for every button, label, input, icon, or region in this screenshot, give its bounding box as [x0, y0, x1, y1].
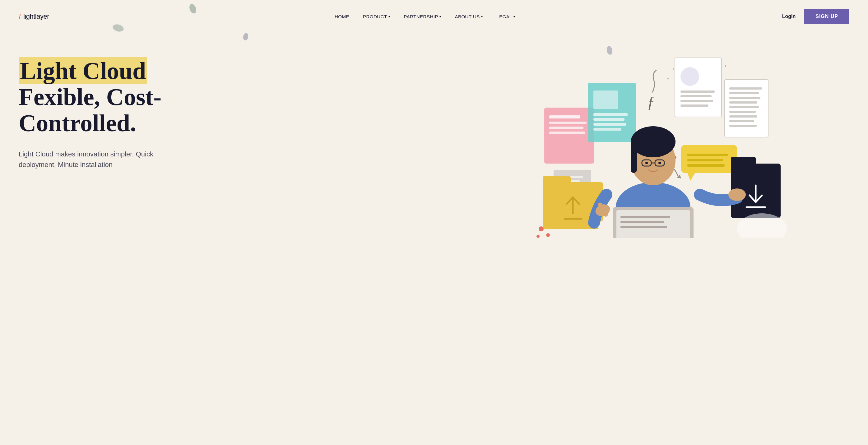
svg-rect-20: [543, 176, 571, 185]
svg-rect-7: [549, 127, 583, 129]
nav-product[interactable]: PRODUCT ▾: [363, 14, 390, 19]
svg-text:⌐: ⌐: [667, 76, 669, 81]
svg-rect-39: [729, 120, 754, 122]
svg-rect-67: [616, 210, 690, 238]
svg-point-65: [658, 162, 661, 164]
svg-rect-35: [729, 101, 757, 103]
chevron-down-icon: ▾: [439, 15, 441, 18]
hero-illustration: › › ƒ: [451, 45, 849, 238]
nav-links: HOME PRODUCT ▾ PARTNERSHIP ▾ ABOUT US ▾ …: [316, 14, 515, 19]
hero-title-line2: Fexible, Cost-: [19, 83, 161, 110]
svg-rect-13: [593, 123, 626, 126]
svg-text:›: ›: [673, 66, 675, 71]
nav-about-us[interactable]: ABOUT US ▾: [455, 14, 483, 19]
hero-title-highlight: Light Cloud: [19, 57, 147, 84]
svg-rect-27: [680, 100, 713, 102]
svg-rect-25: [680, 91, 715, 93]
svg-rect-33: [729, 92, 759, 94]
logo-name: lightlayer: [23, 12, 49, 21]
hero-text: Light Cloud Fexible, Cost- Controlled. L…: [19, 45, 451, 170]
svg-rect-12: [593, 118, 624, 121]
svg-rect-5: [549, 115, 580, 119]
nav-home[interactable]: HOME: [335, 14, 349, 19]
navbar: Llightlayer HOME PRODUCT ▾ PARTNERSHIP ▾…: [0, 0, 868, 33]
signup-button[interactable]: SIGN UP: [804, 9, 849, 24]
chevron-down-icon: ▾: [389, 15, 390, 18]
hero-subtitle: Light Cloud makes innovation simpler. Qu…: [19, 149, 174, 170]
svg-rect-48: [687, 154, 728, 156]
svg-rect-40: [729, 125, 757, 127]
svg-text:ƒ: ƒ: [647, 93, 655, 111]
svg-point-77: [536, 235, 539, 238]
svg-point-59: [631, 126, 676, 157]
svg-rect-11: [593, 113, 628, 116]
svg-rect-34: [729, 97, 761, 99]
nav-actions: Login SIGN UP: [782, 9, 849, 24]
svg-point-64: [645, 162, 648, 164]
svg-point-74: [728, 188, 746, 201]
svg-rect-68: [620, 216, 670, 218]
login-button[interactable]: Login: [782, 14, 796, 19]
svg-rect-36: [729, 106, 759, 108]
svg-rect-38: [729, 115, 757, 118]
hero-title-line3: Controlled.: [19, 109, 136, 136]
svg-rect-37: [729, 111, 756, 113]
chevron-down-icon: ▾: [514, 15, 515, 18]
svg-point-0: [188, 3, 197, 14]
svg-point-75: [539, 226, 544, 231]
logo[interactable]: Llightlayer: [19, 12, 49, 22]
svg-rect-52: [731, 157, 756, 166]
hero-title: Light Cloud Fexible, Cost- Controlled.: [19, 58, 451, 136]
svg-rect-14: [593, 128, 621, 131]
svg-rect-49: [687, 159, 723, 161]
svg-rect-32: [729, 87, 762, 90]
svg-rect-23: [675, 58, 721, 117]
svg-rect-26: [680, 95, 712, 97]
hero-section: Light Cloud Fexible, Cost- Controlled. L…: [0, 33, 868, 257]
svg-rect-50: [687, 164, 725, 167]
svg-rect-60: [631, 142, 637, 173]
svg-rect-70: [620, 226, 667, 228]
svg-marker-47: [687, 173, 695, 181]
nav-partnership[interactable]: PARTNERSHIP ▾: [404, 14, 441, 19]
svg-rect-8: [549, 131, 585, 134]
svg-rect-28: [680, 104, 709, 107]
svg-rect-24: [680, 67, 699, 86]
nav-legal[interactable]: LEGAL ▾: [496, 14, 515, 19]
svg-rect-69: [620, 221, 664, 223]
svg-rect-10: [593, 91, 618, 109]
svg-point-76: [546, 233, 550, 237]
svg-point-1: [112, 23, 124, 33]
svg-text:›: ›: [725, 63, 726, 68]
chevron-down-icon: ▾: [481, 15, 483, 18]
svg-rect-6: [549, 122, 587, 124]
logo-bracket: L: [19, 12, 23, 22]
